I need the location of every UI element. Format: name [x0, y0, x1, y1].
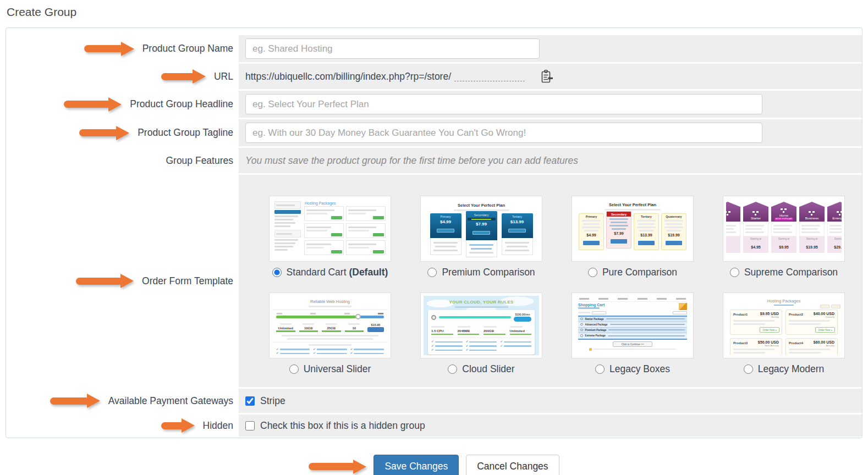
template-radio-standard-cart[interactable]	[272, 268, 282, 277]
pointer-arrow	[161, 418, 195, 433]
template-pick-supreme-comparison: Supreme Comparison	[723, 267, 845, 278]
row-product-group-name: Product Group Name	[6, 35, 862, 62]
hidden-group-checkbox[interactable]	[245, 421, 255, 430]
order-form-template-label: Order Form Template	[142, 275, 233, 287]
product-group-name-label: Product Group Name	[142, 43, 233, 54]
template-radio-cloud-slider[interactable]	[448, 364, 457, 374]
template-radio-supreme-comparison[interactable]	[730, 268, 739, 277]
url-slug-editable[interactable]	[454, 72, 525, 81]
row-product-group-tagline: Product Group Tagline	[6, 119, 862, 146]
gateway-stripe-checkbox[interactable]	[245, 396, 255, 406]
row-order-form-template: Order Form Template	[6, 175, 862, 387]
group-features-note: You must save the product group for the …	[245, 155, 578, 167]
template-grid: Hosting Packages	[239, 175, 862, 387]
row-url: URL https://ubiquellc.com/billing/index.…	[6, 64, 862, 89]
template-radio-legacy-modern[interactable]	[744, 364, 753, 374]
pointer-arrow	[64, 97, 122, 112]
template-thumbnail-pure-comparison: Select Your Perfect Plan Primary $4.99	[572, 196, 694, 262]
template-thumbnail-cloud-slider: YOUR CLOUD, YOUR RULES $100.00/mo 1.5 CP…	[420, 292, 542, 358]
template-radio-premium-comparison[interactable]	[427, 268, 437, 277]
template-thumbnail-standard-cart: Hosting Packages	[269, 196, 391, 262]
pointer-arrow	[84, 42, 134, 56]
template-pick-premium-comparison: Premium Comparison	[420, 267, 542, 278]
template-pick-universal-slider: Universal Slider	[269, 363, 391, 375]
pointer-arrow	[76, 274, 134, 288]
template-option-premium-comparison: Select Your Perfect Plan Primary $4.99	[420, 196, 542, 278]
hidden-group-text: Check this box if this is a hidden group	[260, 420, 425, 432]
template-pick-cloud-slider: Cloud Slider	[420, 363, 542, 375]
save-changes-button[interactable]: Save Changes	[373, 455, 459, 475]
template-radio-legacy-boxes[interactable]	[595, 364, 605, 374]
product-group-tagline-input[interactable]	[245, 123, 762, 143]
row-product-group-headline: Product Group Headline	[6, 91, 862, 118]
group-features-label: Group Features	[166, 155, 233, 167]
cart-box-icon	[679, 303, 687, 310]
create-group-form-panel: Product Group Name URL https://ubiquellc…	[6, 27, 862, 438]
page-title: Create Group	[7, 5, 868, 19]
lock-icon	[589, 348, 592, 351]
pointer-arrow	[309, 460, 366, 474]
pointer-arrow	[50, 394, 100, 408]
row-payment-gateways: Available Payment Gateways Stripe	[6, 389, 862, 413]
product-group-headline-input[interactable]	[245, 94, 762, 114]
product-group-name-input[interactable]	[245, 38, 540, 59]
template-option-legacy-modern: Hosting Packages Product1 $9.95 USDMonth…	[723, 292, 845, 375]
template-thumbnail-legacy-modern: Hosting Packages Product1 $9.95 USDMonth…	[723, 292, 845, 358]
template-thumbnail-premium-comparison: Select Your Perfect Plan Primary $4.99	[420, 196, 542, 262]
gateway-stripe-label: Stripe	[260, 395, 285, 407]
template-thumbnail-universal-slider: Reliable Web Hosting Unlimited 10GB 25GB…	[269, 292, 391, 358]
template-option-supreme-comparison: Starter Starting at$4.95 HomeMOST POPULA…	[723, 196, 845, 278]
template-option-pure-comparison: Select Your Perfect Plan Primary $4.99	[572, 196, 694, 278]
gateway-stripe-option: Stripe	[245, 395, 285, 407]
template-pick-legacy-modern: Legacy Modern	[723, 363, 845, 375]
url-base-text: https://ubiquellc.com/billing/index.php?…	[245, 71, 451, 82]
template-option-cloud-slider: YOUR CLOUD, YOUR RULES $100.00/mo 1.5 CP…	[420, 292, 542, 375]
template-pick-legacy-boxes: Legacy Boxes	[572, 363, 694, 375]
form-actions: Save Changes Cancel Changes	[0, 455, 868, 475]
template-thumbnail-supreme-comparison: Starter Starting at$4.95 HomeMOST POPULA…	[723, 196, 845, 262]
template-radio-pure-comparison[interactable]	[588, 268, 597, 277]
template-option-universal-slider: Reliable Web Hosting Unlimited 10GB 25GB…	[269, 292, 391, 375]
template-radio-universal-slider[interactable]	[289, 364, 299, 374]
url-label: URL	[214, 71, 233, 82]
hidden-group-option: Check this box if this is a hidden group	[245, 420, 425, 432]
template-pick-standard-cart: Standard Cart (Default)	[269, 267, 391, 278]
template-pick-pure-comparison: Pure Comparison	[572, 267, 694, 278]
template-option-standard-cart: Hosting Packages	[269, 196, 391, 278]
row-group-features: Group Features You must save the product…	[6, 148, 862, 173]
hidden-label: Hidden	[203, 420, 233, 432]
cancel-changes-button[interactable]: Cancel Changes	[466, 455, 559, 475]
product-group-tagline-label: Product Group Tagline	[138, 127, 233, 139]
payment-gateways-label: Available Payment Gateways	[108, 395, 233, 407]
pointer-arrow	[79, 126, 129, 140]
paste-icon[interactable]	[541, 70, 553, 84]
template-thumbnail-legacy-boxes: Shopping Cart Starter Package Advanced P…	[572, 292, 694, 358]
product-group-headline-label: Product Group Headline	[130, 98, 233, 110]
template-option-legacy-boxes: Shopping Cart Starter Package Advanced P…	[572, 292, 694, 375]
pointer-arrow	[161, 69, 206, 84]
row-hidden: Hidden Check this box if this is a hidde…	[6, 415, 862, 437]
